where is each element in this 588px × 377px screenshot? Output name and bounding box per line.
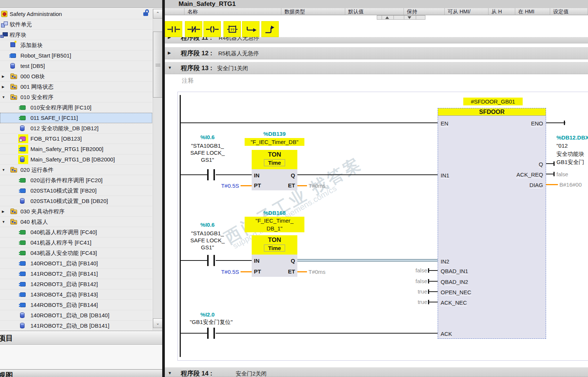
column-retain[interactable]: 保持 <box>404 8 445 15</box>
tree-item[interactable]: 020STA10模式设置_DB [DB20] <box>0 196 152 206</box>
tree-item[interactable]: 020运行条件程序调用 [FC20] <box>0 175 152 186</box>
collapse-icon[interactable]: ▼ <box>168 371 172 375</box>
sfdoor-pin-open-nec[interactable]: OPEN_NEC <box>441 289 471 296</box>
triangle-up-icon[interactable] <box>385 16 389 19</box>
sfdoor-pin-in1[interactable]: IN1 <box>441 172 449 179</box>
normally-open-contact-button[interactable] <box>165 21 182 37</box>
timer1-pin-pt[interactable]: PT <box>254 182 261 188</box>
tree-item[interactable]: 软件单元 <box>0 19 152 30</box>
column-from-h[interactable]: 从 H <box>489 8 515 15</box>
diag-value[interactable]: B#16#00 <box>559 181 582 188</box>
timer2-name[interactable]: "F_IEC_Timer_ DB_1" <box>245 217 304 232</box>
tree-item[interactable]: Main_Safety_RTG1_DB [DB2000] <box>0 154 152 165</box>
tree-item[interactable]: 140ROBOT1_启动 [FB140] <box>0 258 152 269</box>
tree-item[interactable]: 添加新块 <box>0 40 152 50</box>
tree-item[interactable]: ▼ 020 运行条件 <box>0 165 152 175</box>
sfdoor-pin-qbad-in2[interactable]: QBAD_IN2 <box>441 279 468 285</box>
empty-box-button[interactable]: ?? <box>223 21 241 37</box>
timer2-pt-value[interactable]: T#0.5S <box>206 269 239 275</box>
sfdoor-pin-in2[interactable]: IN2 <box>441 258 449 265</box>
network-13-header[interactable]: ▼ 程序段 13 : 安全门1关闭 <box>165 62 588 74</box>
column-default[interactable]: 默认值 <box>345 8 404 15</box>
timer1-pin-q[interactable]: Q <box>291 172 295 178</box>
timer1-body[interactable]: IN Q PT ET <box>252 169 297 190</box>
contact1-bar[interactable] <box>213 169 215 180</box>
timer2-datatype[interactable]: Time <box>264 245 285 252</box>
network-14-header[interactable]: ▼ 程序段 14 : 安全门2关闭 <box>165 367 588 377</box>
tree-item[interactable]: Robot_Start [FB501] <box>0 50 152 61</box>
sfdoor-pin-ack[interactable]: ACK <box>441 331 452 337</box>
sfdoor-pin-q[interactable]: Q <box>539 161 543 168</box>
tree-item[interactable]: 141ROBOT2_启动_DB [DB141] <box>0 321 152 330</box>
network-12-header[interactable]: ▶ 程序段 12 : R5机器人无急停 <box>165 47 588 59</box>
panel-splitter[interactable] <box>162 0 165 377</box>
timer2-pin-pt[interactable]: PT <box>254 268 261 275</box>
contact3-operand[interactable]: "GB1安全门复位" <box>177 318 248 325</box>
column-setpoint[interactable]: 设定值 <box>550 8 588 15</box>
tree-item[interactable]: ▼ 010 安全程序 <box>0 92 152 102</box>
scroll-up-button[interactable]: ⌃ <box>153 9 163 19</box>
scroll-down-button[interactable]: ⌄ <box>153 318 163 328</box>
tree-item[interactable]: FOB_RTG1 [OB123] <box>0 134 152 144</box>
contact1-address[interactable]: %I0.6 <box>178 134 237 140</box>
scrollbar-thumb[interactable] <box>153 32 163 98</box>
close-branch-button[interactable] <box>261 21 279 37</box>
network-11-header[interactable]: ▶ 程序段 11 : R4机器人无急停 <box>165 37 588 43</box>
contact2-bar[interactable] <box>213 255 215 266</box>
open-branch-button[interactable] <box>242 21 259 37</box>
sfdoor-instance-label[interactable]: #SFDOOR_GB01 <box>463 98 523 105</box>
tree-expander-icon[interactable]: ▼ <box>2 217 5 227</box>
tree-item[interactable]: ▶ 000 OB块 <box>0 71 152 82</box>
tree-item[interactable]: 141ROBOT2_启动 [FB141] <box>0 269 152 279</box>
column-datatype[interactable]: 数据类型 <box>281 8 345 15</box>
contact2-address[interactable]: %I0.6 <box>178 222 237 228</box>
timer1-et-value[interactable]: T#0ms <box>308 183 326 189</box>
timer1-header[interactable]: TON Time <box>252 150 297 169</box>
sfdoor-pin-ack-nec[interactable]: ACK_NEC <box>441 299 467 306</box>
wire-selected[interactable] <box>297 259 438 262</box>
tree-item[interactable]: 010安全程序调用 [FC10] <box>0 102 152 113</box>
qbad-in2-value[interactable]: false <box>390 278 427 284</box>
column-in-hmi[interactable]: 在 HMI <box>515 8 550 15</box>
tree-item[interactable]: ▶ 001 网络状态 <box>0 82 152 92</box>
timer2-et-value[interactable]: T#0ms <box>308 269 326 275</box>
tree-item[interactable]: 程序块 <box>0 30 152 40</box>
contact1-bar[interactable] <box>207 169 209 180</box>
timer1-datatype[interactable]: Time <box>264 159 285 166</box>
column-name[interactable]: 名称 <box>184 8 281 15</box>
tree-item[interactable]: 144ROBOT5_启动 [FB144] <box>0 300 152 310</box>
timer2-db-address[interactable]: %DB168 <box>245 210 304 216</box>
tree-item[interactable]: 142ROBOT3_启动 [FB142] <box>0 279 152 289</box>
tree-item[interactable]: 143ROBOT4_启动 [FB143] <box>0 289 152 300</box>
timer2-header[interactable]: TON Time <box>252 235 297 255</box>
qbad-in1-value[interactable]: false <box>390 267 427 273</box>
tree-item[interactable]: Safety Administration <box>0 9 152 19</box>
q-output-operand[interactable]: %DB12.DBX "012 安全功能块 GB1安全门 <box>556 134 588 166</box>
contact1-operand[interactable]: "STA10GB1_ SAFE LOCK_ GS1" <box>178 142 237 163</box>
tree-expander-icon[interactable]: ▶ <box>2 82 4 92</box>
collapse-icon[interactable]: ▶ <box>168 37 171 40</box>
collapse-icon[interactable]: ▼ <box>168 65 172 70</box>
tree-item[interactable]: ▼ 040 机器人 <box>0 217 152 227</box>
contact3-address[interactable]: %I2.0 <box>178 311 237 318</box>
tree-item[interactable]: 020STA10模式设置 [FB20] <box>0 186 152 196</box>
sfdoor-block[interactable]: SFDOOR EN ENO IN1 IN2 QBAD_IN1 QBAD_IN2 … <box>438 108 546 339</box>
triangle-down-icon[interactable] <box>408 16 411 19</box>
timer1-pin-in[interactable]: IN <box>254 172 259 178</box>
column-from-hmi[interactable]: 可从 HMI/ <box>445 8 489 15</box>
sfdoor-pin-en[interactable]: EN <box>441 120 448 127</box>
tree-scrollbar[interactable]: ⌃ ⌄ <box>153 9 162 330</box>
tree-expander-icon[interactable]: ▶ <box>2 206 4 217</box>
normally-closed-contact-button[interactable] <box>185 21 202 37</box>
timer2-pin-in[interactable]: IN <box>254 258 259 264</box>
network-13-comment-row[interactable]: 注释 <box>165 74 588 89</box>
timer1-name[interactable]: "F_IEC_Timer_DB" <box>245 138 304 146</box>
unlocked-padlock-icon[interactable] <box>143 9 151 17</box>
tree-item[interactable]: 011 SAFE_I [FC11] <box>0 113 152 123</box>
sfdoor-pin-ack-req[interactable]: ACK_REQ <box>516 171 543 178</box>
ack-req-value[interactable]: false <box>556 171 568 177</box>
tree-item[interactable]: 041机器人程序号 [FC41] <box>0 237 152 248</box>
timer2-pin-et[interactable]: ET <box>288 268 295 275</box>
tree-item[interactable]: 140ROBOT1_启动_DB [DB140] <box>0 310 152 321</box>
contact2-bar[interactable] <box>207 255 209 266</box>
